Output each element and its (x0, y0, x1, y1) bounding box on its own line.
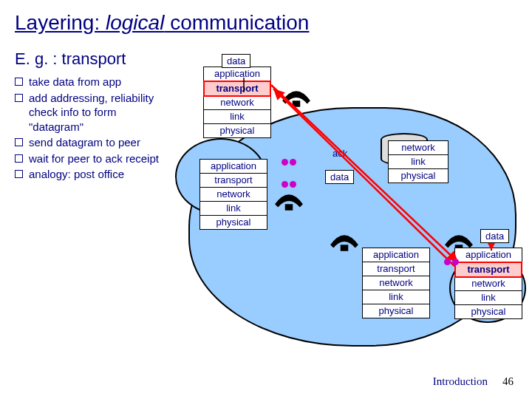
slide-footer: Introduction46 (433, 375, 514, 388)
bullet-text: wait for peer to ack receipt (29, 151, 159, 166)
bullet-text: add addressing, reliability check info t… (29, 91, 174, 134)
host-stack-bottom-right: application transport network link physi… (454, 248, 522, 319)
ack-label: ack (332, 148, 347, 159)
phone-icon (281, 85, 312, 109)
phone-icon (329, 229, 360, 253)
network-diagram: data application transport network link … (181, 63, 521, 358)
data-label: data (480, 229, 509, 243)
host-stack-top: application transport network link physi… (203, 66, 271, 138)
data-label: data (222, 54, 250, 68)
bullet-list: take data from app add addressing, relia… (15, 75, 174, 182)
host-stack-left: application transport network link physi… (200, 159, 267, 230)
bullet-text: take data from app (29, 75, 121, 89)
phone-icon (273, 188, 304, 212)
subtitle: E. g. : transport (15, 50, 174, 69)
slide-title: Layering: logical communication (15, 11, 517, 35)
router-stack: network link physical (388, 140, 449, 183)
host-stack-bottom-left: application transport network link physi… (362, 248, 430, 318)
bullet-text: analogy: post office (29, 167, 124, 182)
data-label: data (325, 170, 354, 184)
bullet-text: send datagram to peer (29, 135, 140, 150)
